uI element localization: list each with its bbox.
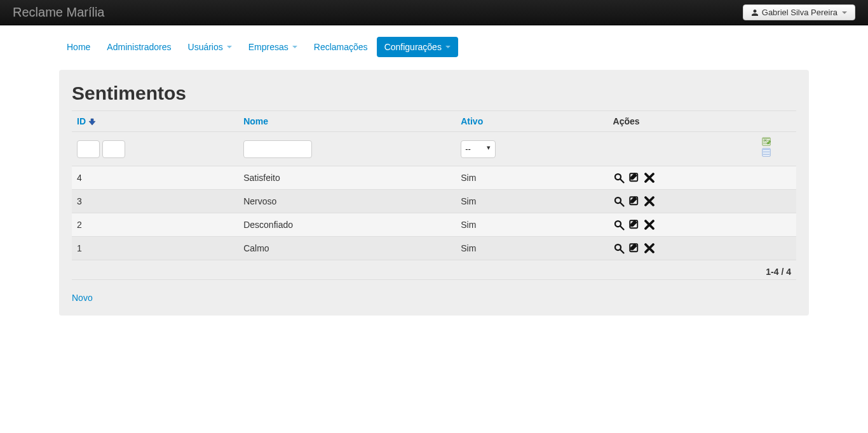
col-header-id[interactable]: ID [77,116,86,126]
cell-id: 2 [72,213,238,237]
view-icon[interactable] [613,219,625,230]
delete-icon[interactable] [644,172,655,183]
table-row: 4 Satisfeito Sim [72,166,796,190]
svg-line-9 [620,226,623,229]
nav-usuarios[interactable]: Usuários [180,37,240,57]
col-header-acoes: Ações [613,116,640,126]
nav-configuracoes-label: Configurações [384,42,442,52]
clear-filter-icon[interactable] [762,148,771,157]
table-row: 2 Desconfiado Sim [72,213,796,237]
cell-id: 3 [72,190,238,213]
cell-ativo: Sim [456,190,607,213]
filter-nome-input[interactable] [243,140,312,158]
edit-icon[interactable] [628,196,640,207]
cell-actions [608,190,796,213]
cell-nome: Calmo [238,237,456,260]
nav-reclamacoes[interactable]: Reclamações [306,37,376,57]
view-icon[interactable] [613,196,625,207]
sort-desc-icon [88,118,96,126]
cell-actions [608,166,796,190]
chevron-down-icon [292,46,297,48]
chevron-down-icon [227,46,232,48]
filter-id-to-input[interactable] [102,140,125,158]
pagination-summary: 1-4 / 4 [72,260,796,280]
cell-id: 1 [72,237,238,260]
view-icon[interactable] [613,172,625,183]
cell-id: 4 [72,166,238,190]
nav-usuarios-label: Usuários [188,42,223,52]
nav-empresas[interactable]: Empresas [241,37,305,57]
delete-icon[interactable] [644,219,655,230]
chevron-down-icon [445,46,451,48]
page-title: Sentimentos [72,83,796,104]
cell-nome: Desconfiado [238,213,456,237]
nav-empresas-label: Empresas [248,42,288,52]
cell-ativo: Sim [456,213,607,237]
svg-line-12 [620,250,623,253]
nav-administradores[interactable]: Administradores [99,37,179,57]
col-header-nome[interactable]: Nome [243,116,268,126]
sentimentos-table: ID Nome Ativo Ações [72,110,796,260]
table-row: 3 Nervoso Sim [72,190,796,213]
apply-filter-icon[interactable] [762,137,771,146]
edit-icon[interactable] [628,243,640,254]
main-nav: Home Administradores Usuários Empresas R… [59,37,809,57]
cell-actions [608,213,796,237]
filter-id-from-input[interactable] [77,140,100,158]
svg-line-3 [620,179,623,182]
cell-nome: Satisfeito [238,166,456,190]
caret-down-icon [842,11,847,14]
filter-ativo-select[interactable]: -- [461,140,496,158]
user-name-label: Gabriel Silva Pereira [762,8,837,17]
cell-ativo: Sim [456,166,607,190]
brand-title[interactable]: Reclame Marília [13,5,104,20]
delete-icon[interactable] [644,243,655,254]
table-row: 1 Calmo Sim [72,237,796,260]
cell-actions [608,237,796,260]
edit-icon[interactable] [628,219,640,230]
user-icon [751,9,759,17]
user-menu-dropdown[interactable]: Gabriel Silva Pereira [743,4,855,20]
new-link[interactable]: Novo [72,293,93,303]
cell-nome: Nervoso [238,190,456,213]
nav-home[interactable]: Home [59,37,98,57]
cell-ativo: Sim [456,237,607,260]
svg-line-6 [620,203,623,206]
view-icon[interactable] [613,243,625,254]
navbar-top: Reclame Marília Gabriel Silva Pereira [0,0,868,25]
delete-icon[interactable] [644,196,655,207]
nav-configuracoes[interactable]: Configurações [377,37,458,57]
edit-icon[interactable] [628,172,640,183]
col-header-ativo[interactable]: Ativo [461,116,483,126]
content-panel: Sentimentos ID Nome [59,70,809,316]
